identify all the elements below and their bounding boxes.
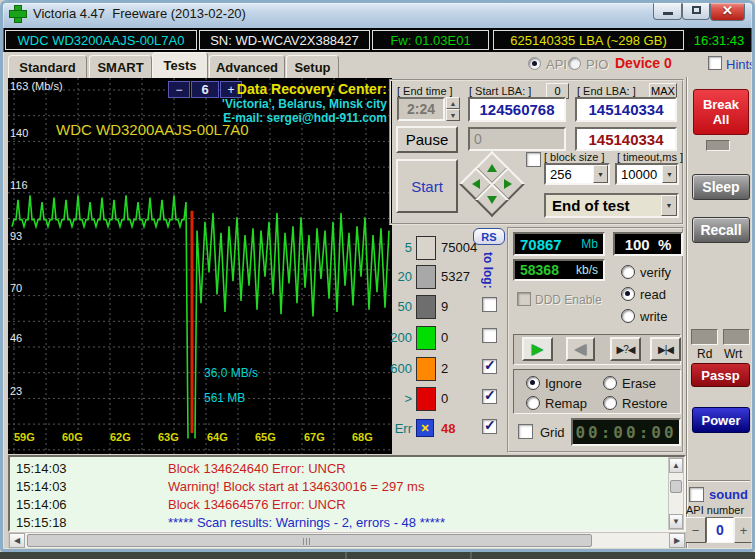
break-all-button[interactable]: Break All: [693, 89, 749, 135]
end-time-down-arrow-icon[interactable]: ▼: [446, 109, 460, 121]
ddd-enable-checkbox[interactable]: [517, 292, 531, 306]
mb-value: 70867: [520, 236, 562, 253]
end-time-field[interactable]: 2:24: [397, 97, 445, 121]
tab-tests[interactable]: Tests: [152, 52, 208, 78]
scan-seek-button[interactable]: ▶?◀: [610, 337, 641, 361]
bin-count: 75004: [441, 240, 477, 255]
bin-log-checkbox[interactable]: [482, 389, 497, 404]
maximize-button[interactable]: [682, 0, 710, 20]
api-number-value[interactable]: 0: [706, 517, 734, 543]
start-lba-input[interactable]: 124560768: [468, 97, 566, 122]
svg-text:62G: 62G: [110, 431, 131, 443]
tab-advanced[interactable]: Advanced: [209, 55, 285, 78]
sleep-button[interactable]: Sleep: [692, 174, 750, 200]
end-action-chevron-down-icon[interactable]: ▼: [661, 195, 677, 216]
read-radio[interactable]: [621, 287, 635, 301]
bin-label: 200: [380, 330, 412, 345]
sidebar-separator: [688, 480, 750, 482]
tab-standard[interactable]: Standard: [8, 55, 87, 78]
svg-text:64G: 64G: [207, 431, 228, 443]
pio-radio[interactable]: [568, 57, 581, 70]
grid-checkbox[interactable]: [518, 424, 533, 439]
bin-label: 20: [380, 269, 412, 284]
taskbar-strip: [0, 552, 755, 559]
log-time: 15:14:03: [16, 461, 168, 476]
svg-text:140: 140: [10, 127, 28, 139]
scroll-up-button[interactable]: ▲: [669, 458, 683, 473]
bin-color-box: [416, 326, 436, 350]
tab-setup[interactable]: Setup: [286, 55, 339, 78]
pause-button[interactable]: Pause: [396, 126, 458, 153]
write-label: write: [640, 309, 667, 324]
grid-label: Grid: [540, 425, 565, 440]
rs-button[interactable]: RS: [473, 228, 505, 245]
tab-smart[interactable]: SMART: [89, 55, 152, 78]
log-vertical-scrollbar[interactable]: ▲ ▼: [668, 457, 684, 530]
svg-text:63G: 63G: [158, 431, 179, 443]
sound-checkbox[interactable]: [689, 487, 704, 502]
api-number-decrement-button[interactable]: −: [685, 517, 706, 543]
minimize-button[interactable]: [653, 0, 682, 20]
up-arrow-icon: [487, 164, 497, 172]
start-button[interactable]: Start: [396, 159, 458, 213]
ignore-label: Ignore: [545, 376, 582, 391]
vertical-scroll-thumb[interactable]: [670, 480, 682, 493]
block-size-chevron-down-icon[interactable]: ▼: [593, 165, 608, 183]
close-button[interactable]: ✕: [710, 0, 745, 21]
write-radio[interactable]: [621, 309, 635, 323]
left-arrow-icon: ◀: [14, 536, 20, 545]
restore-label: Restore: [622, 396, 668, 411]
bin-log-checkbox[interactable]: [482, 359, 497, 374]
bin-count: 5327: [441, 269, 470, 284]
svg-text:68G: 68G: [352, 431, 373, 443]
left-arrow-icon: [472, 179, 480, 189]
scan-goto-end-button[interactable]: ▶|◀: [650, 337, 681, 361]
bin-log-checkbox[interactable]: [482, 419, 497, 434]
power-button[interactable]: Power: [692, 407, 750, 433]
ignore-radio[interactable]: [526, 376, 540, 390]
passp-button[interactable]: Passp: [691, 363, 750, 387]
read-label: read: [640, 287, 666, 302]
log-time: 15:15:18: [16, 515, 168, 530]
scan-back-button[interactable]: ◀: [566, 337, 595, 361]
log-entry: 15:14:03Block 134624640 Error: UNCR: [16, 461, 346, 476]
scroll-left-button[interactable]: ◀: [9, 533, 25, 548]
log-horizontal-scrollbar[interactable]: ◀ ▶: [8, 532, 686, 549]
hints-checkbox[interactable]: [708, 56, 722, 70]
bin-log-checkbox[interactable]: [482, 297, 497, 312]
break-all-line2: All: [713, 112, 730, 127]
victoria-window: Victoria 4.47 Freeware (2013-02-20) ✕ WD…: [0, 0, 755, 559]
scan-start-button[interactable]: ▶: [522, 337, 553, 361]
end-lba-input[interactable]: 145140334: [575, 97, 677, 122]
restore-radio[interactable]: [603, 396, 617, 410]
svg-text:116: 116: [10, 179, 28, 191]
recall-button[interactable]: Recall: [692, 217, 750, 243]
remap-radio[interactable]: [526, 396, 540, 410]
timeout-chevron-down-icon[interactable]: ▼: [662, 165, 677, 183]
scroll-down-button[interactable]: ▼: [669, 514, 683, 529]
end-action-select[interactable]: End of test: [544, 193, 679, 218]
api-radio[interactable]: [528, 57, 541, 70]
bin-count: 9: [441, 299, 448, 314]
horizontal-scroll-thumb[interactable]: [27, 534, 592, 547]
bin-color-box: [416, 357, 436, 381]
bin-log-checkbox[interactable]: [482, 328, 497, 343]
end-time-up-arrow-icon[interactable]: ▲: [446, 97, 460, 109]
title-bar[interactable]: Victoria 4.47 Freeware (2013-02-20) ✕: [0, 0, 755, 28]
bin-color-box: [416, 387, 436, 411]
app-icon: [10, 6, 26, 22]
scroll-right-button[interactable]: ▶: [669, 533, 685, 548]
erase-radio[interactable]: [603, 376, 617, 390]
hints-label: Hints: [726, 57, 755, 72]
graph-zoom-out-button[interactable]: −: [168, 81, 190, 98]
verify-radio[interactable]: [621, 265, 635, 279]
taskbar-divider: [345, 552, 347, 559]
bin-count-errors: 48: [441, 421, 455, 436]
jog-option-checkbox[interactable]: [526, 152, 541, 167]
close-icon: ✕: [722, 3, 733, 18]
defect-action-box: Ignore Erase Remap Restore: [513, 369, 681, 414]
verify-label: verify: [640, 265, 671, 280]
play-icon: ▶: [532, 340, 544, 358]
api-number-increment-button[interactable]: +: [734, 517, 753, 543]
log-time: 15:14:03: [16, 479, 168, 494]
